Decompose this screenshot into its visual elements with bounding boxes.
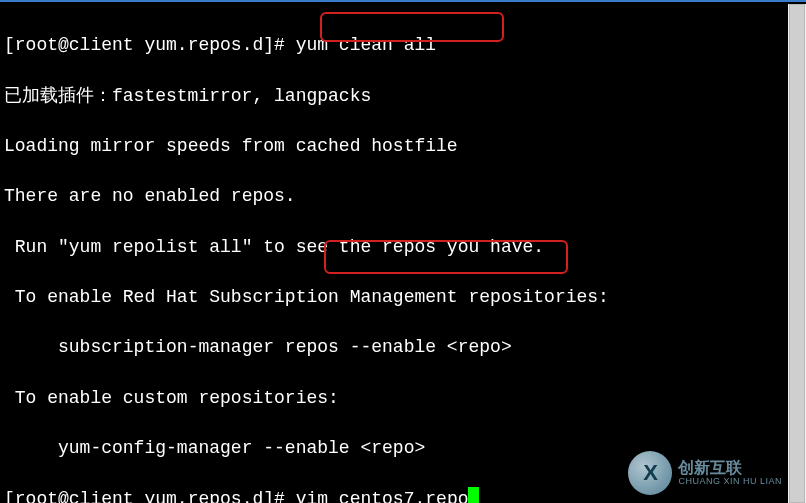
watermark-logo-icon: X — [628, 451, 672, 495]
output-line: subscription-manager repos --enable <rep… — [4, 335, 802, 360]
output-line: To enable Red Hat Subscription Managemen… — [4, 285, 802, 310]
scroll-thumb[interactable] — [789, 4, 805, 503]
output-line: 已加载插件：fastestmirror, langpacks — [4, 84, 802, 109]
output-line: Run "yum repolist all" to see the repos … — [4, 235, 802, 260]
shell-prompt: [root@client yum.repos.d]# — [4, 35, 296, 55]
vertical-scrollbar[interactable] — [788, 4, 806, 503]
output-line: To enable custom repositories: — [4, 386, 802, 411]
output-line: There are no enabled repos. — [4, 184, 802, 209]
watermark-text-cn: 创新互联 — [678, 459, 782, 477]
command-text: yum clean all — [296, 35, 436, 55]
terminal-output[interactable]: [root@client yum.repos.d]# yum clean all… — [0, 2, 806, 503]
watermark: X 创新互联 CHUANG XIN HU LIAN — [628, 451, 782, 495]
shell-prompt: [root@client yum.repos.d]# — [4, 489, 296, 503]
output-line: Loading mirror speeds from cached hostfi… — [4, 134, 802, 159]
watermark-text-en: CHUANG XIN HU LIAN — [678, 477, 782, 487]
command-text: vim centos7.repo — [296, 489, 469, 503]
terminal-cursor — [468, 487, 479, 503]
